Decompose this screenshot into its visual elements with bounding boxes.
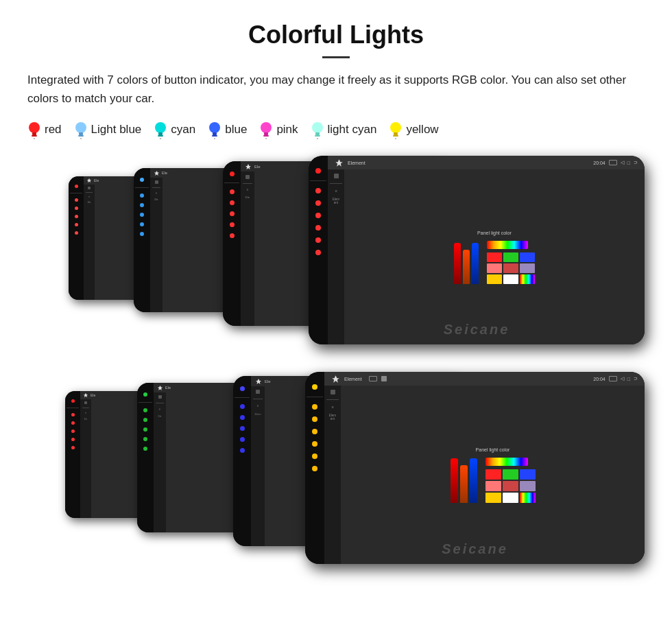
svg-rect-14: [212, 135, 217, 137]
svg-point-24: [390, 122, 401, 133]
color-label-light-blue: Light blue: [91, 123, 142, 137]
page-title: Colorful Lights: [27, 21, 645, 49]
svg-point-4: [75, 122, 86, 133]
color-label-pink: pink: [276, 123, 298, 137]
color-label-red: red: [45, 123, 62, 137]
top-device-group: Ele ≡ Ele: [27, 156, 645, 358]
bottom-panel-light-label: Panel light color: [476, 447, 510, 452]
color-item-pink: pink: [259, 120, 298, 139]
color-label-blue: blue: [225, 123, 247, 137]
svg-rect-9: [158, 132, 163, 135]
description: Integrated with 7 colors of button indic…: [27, 71, 645, 108]
svg-rect-10: [158, 135, 163, 137]
svg-point-20: [312, 122, 323, 133]
svg-rect-5: [79, 132, 83, 135]
color-label-cyan: cyan: [171, 123, 195, 137]
title-divider: [322, 56, 350, 58]
svg-rect-22: [315, 135, 320, 137]
color-item-yellow: yellow: [389, 120, 438, 139]
svg-rect-6: [78, 135, 84, 137]
bulb-icon-yellow: [389, 120, 403, 139]
bulb-icon-light-blue: [74, 120, 88, 139]
svg-point-16: [261, 122, 272, 133]
panel-light-label: Panel light color: [477, 231, 512, 235]
svg-rect-26: [393, 135, 398, 137]
bulb-icon-blue: [208, 120, 221, 139]
svg-rect-17: [264, 132, 268, 135]
color-item-cyan: cyan: [154, 120, 195, 139]
color-label-light-cyan: light cyan: [328, 123, 377, 137]
svg-rect-13: [213, 132, 217, 135]
page-container: Colorful Lights Integrated with 7 colors…: [0, 0, 672, 611]
color-row: red Light blue cyan: [27, 120, 645, 139]
color-label-yellow: yellow: [406, 123, 438, 137]
svg-rect-1: [32, 132, 36, 135]
svg-rect-25: [394, 132, 398, 135]
svg-rect-2: [32, 135, 37, 137]
bulb-icon-pink: [259, 120, 273, 139]
bottom-device-4-main: Element 20:04 ◁ □ ⊃: [305, 372, 645, 564]
svg-point-8: [155, 122, 166, 133]
bulb-icon-red: [27, 120, 41, 139]
bulb-icon-cyan: [154, 120, 167, 139]
svg-point-0: [29, 122, 40, 133]
bulb-icon-light-cyan: [311, 120, 324, 139]
svg-point-12: [209, 122, 220, 133]
device-4-main: Element 20:04 ◁ □ ⊃: [309, 156, 645, 344]
color-item-red: red: [27, 120, 62, 139]
svg-rect-18: [263, 135, 269, 137]
bottom-device-group: Ele ≡ Ele: [27, 372, 645, 578]
color-item-blue: blue: [208, 120, 247, 139]
color-item-light-blue: Light blue: [74, 120, 142, 139]
color-item-light-cyan: light cyan: [311, 120, 377, 139]
svg-rect-21: [315, 132, 320, 135]
